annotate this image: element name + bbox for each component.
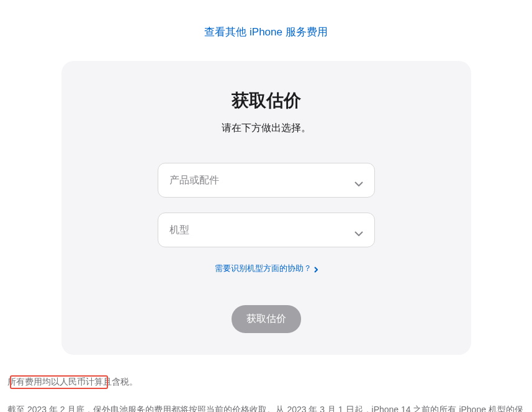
footer-price-change-note: 截至 2023 年 2 月底，保外电池服务的费用都将按照当前的价格收取。从 20… (7, 401, 525, 412)
model-select-placeholder: 机型 (169, 224, 189, 237)
chevron-down-icon (354, 178, 363, 183)
product-select-placeholder: 产品或配件 (169, 174, 219, 187)
chevron-down-icon (354, 227, 363, 232)
estimate-card: 获取估价 请在下方做出选择。 产品或配件 机型 需要识别机型方面的协助？ 获取估… (61, 61, 471, 355)
card-subtitle: 请在下方做出选择。 (86, 122, 446, 135)
model-select[interactable]: 机型 (158, 213, 375, 247)
get-estimate-button[interactable]: 获取估价 (232, 305, 301, 333)
footer-currency-note: 所有费用均以人民币计算且含税。 (7, 373, 525, 390)
chevron-right-icon (314, 265, 318, 272)
footer-text: 所有费用均以人民币计算且含税。 截至 2023 年 2 月底，保外电池服务的费用… (0, 373, 532, 412)
help-link-text: 需要识别机型方面的协助？ (215, 263, 312, 274)
other-services-link[interactable]: 查看其他 iPhone 服务费用 (204, 26, 327, 38)
card-title: 获取估价 (86, 89, 446, 112)
top-link-container: 查看其他 iPhone 服务费用 (0, 0, 532, 52)
identify-model-help-link[interactable]: 需要识别机型方面的协助？ (215, 263, 318, 274)
product-select[interactable]: 产品或配件 (158, 163, 375, 198)
